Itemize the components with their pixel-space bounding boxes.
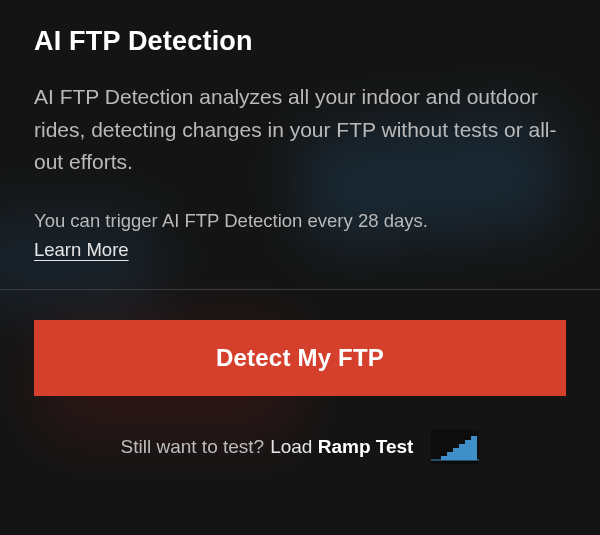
load-ramp-test-link[interactable]: Load Ramp Test [270,436,413,458]
test-name: Ramp Test [318,436,414,457]
info-panel: AI FTP Detection AI FTP Detection analyz… [0,0,600,261]
page-title: AI FTP Detection [34,26,566,57]
ramp-test-icon [431,430,479,464]
feature-description: AI FTP Detection analyzes all your indoo… [34,81,566,179]
learn-more-link[interactable]: Learn More [34,239,129,261]
secondary-action-row: Still want to test? Load Ramp Test [34,430,566,464]
load-prefix: Load [270,436,318,457]
frequency-note: You can trigger AI FTP Detection every 2… [34,207,566,236]
secondary-prompt: Still want to test? [121,436,265,458]
detect-ftp-button[interactable]: Detect My FTP [34,320,566,396]
svg-marker-0 [433,436,477,460]
actions-panel: Detect My FTP Still want to test? Load R… [0,290,600,464]
